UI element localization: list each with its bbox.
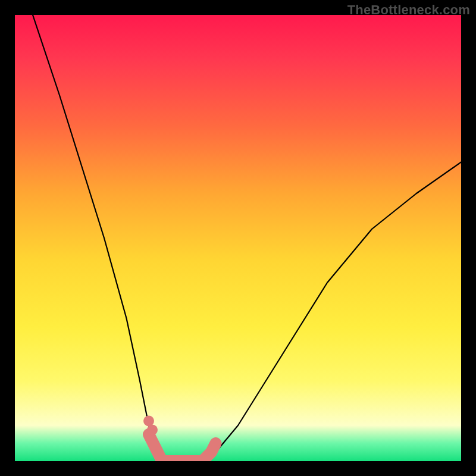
highlight-stroke <box>149 434 216 461</box>
bottleneck-curve <box>33 15 461 461</box>
highlight-markers <box>143 416 216 462</box>
chart-stage: TheBottleneck.com <box>0 0 476 476</box>
watermark-text: TheBottleneck.com <box>347 2 470 18</box>
highlight-dot <box>147 425 158 436</box>
curve-layer <box>15 15 461 461</box>
plot-area <box>15 15 461 461</box>
